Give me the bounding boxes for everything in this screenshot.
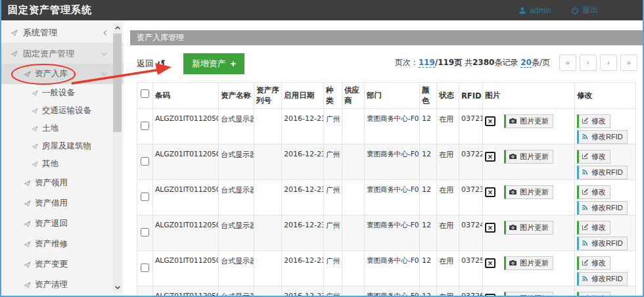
cell-barcode: ALGZ01IT0112050017 — [153, 216, 219, 251]
current-page-link[interactable]: 119 — [419, 58, 435, 68]
edit-button[interactable]: 修改 — [577, 292, 610, 297]
cell-department: 寰图商务中心-F08 — [365, 109, 420, 145]
edit-button[interactable]: 修改 — [577, 150, 610, 164]
table-header-row: 条码 资产名称 资产序列号 启用日期 种类 供应商 部门 颜色 状态 RFID … — [137, 83, 636, 109]
pager-prev-button[interactable]: ‹ — [580, 55, 597, 71]
sidebar-item-accessory-change[interactable]: 附属设备变更 — [1, 295, 124, 296]
cell-supplier — [342, 286, 365, 297]
image-update-button[interactable]: 图片更新 — [504, 150, 553, 164]
camera-icon — [509, 118, 517, 126]
pager-first-button[interactable]: « — [559, 55, 576, 71]
sidebar-scrollbar[interactable] — [113, 23, 122, 292]
sidebar: 系统管理 固定资产管理 资产入库 一般设备 交通运输设备 土地 房屋及建筑物 — [1, 20, 124, 296]
sidebar-item-fixed-asset-management[interactable]: 固定资产管理 — [1, 43, 124, 64]
sidebar-item-transport-equipment[interactable]: 交通运输设备 — [1, 102, 124, 120]
edit-icon — [582, 117, 589, 126]
cell-supplier — [342, 145, 365, 180]
edit-rfid-button[interactable]: 修改RFID — [577, 166, 628, 179]
edit-rfid-button[interactable]: 修改RFID — [577, 272, 628, 286]
col-color: 颜色 — [420, 83, 437, 109]
sidebar-item-asset-borrow[interactable]: 资产借用 — [1, 193, 124, 214]
row-checkbox[interactable] — [141, 193, 149, 201]
broken-image-icon: × — [485, 294, 495, 297]
image-update-button[interactable]: 图片更新 — [504, 185, 553, 199]
cell-rfid: 03726 — [459, 286, 483, 297]
col-supplier: 供应商 — [342, 83, 365, 109]
sidebar-item-land[interactable]: 土地 — [1, 120, 124, 137]
add-asset-button[interactable]: 新增资产 + — [183, 53, 244, 74]
page-size-link[interactable]: 20 — [520, 58, 532, 68]
cell-color: 12 — [420, 109, 437, 145]
cell-date: 2016-12-23 — [282, 251, 324, 286]
pager-last-button[interactable]: » — [620, 55, 637, 71]
image-update-button[interactable]: 图片更新 — [504, 256, 553, 270]
scrollbar-thumb[interactable] — [113, 34, 122, 132]
page-info: 页次：119/119页 共2380条记录 20条/页 — [395, 57, 550, 68]
edit-icon — [582, 294, 589, 297]
nav-plane-icon — [24, 200, 31, 207]
scroll-up-icon[interactable] — [113, 23, 122, 33]
pager-buttons: « ‹ › » — [559, 55, 637, 71]
sidebar-item-other[interactable]: 其他 — [1, 155, 124, 173]
sidebar-item-system-management[interactable]: 系统管理 — [1, 23, 124, 43]
sidebar-item-asset-return[interactable]: 资产退回 — [1, 214, 124, 234]
edit-button[interactable]: 修改 — [577, 221, 610, 235]
edit-button[interactable]: 修改 — [577, 185, 610, 199]
cell-name: 台式显示器 — [219, 286, 254, 297]
nav-plane-icon — [11, 30, 18, 37]
image-update-button[interactable]: 图片更新 — [504, 114, 553, 128]
image-update-button[interactable]: 图片更新 — [504, 292, 553, 297]
row-checkbox[interactable] — [141, 157, 149, 166]
edit-button[interactable]: 修改 — [577, 114, 610, 128]
nav-plane-icon — [24, 179, 31, 187]
cell-serial — [254, 216, 282, 251]
sidebar-item-asset-cleanup[interactable]: 资产清理 — [1, 275, 124, 295]
cell-department: 寰图商务中心-F08 — [365, 216, 420, 251]
user-menu-link[interactable]: admin — [518, 6, 551, 15]
edit-button[interactable]: 修改 — [577, 256, 610, 270]
select-all-checkbox[interactable] — [141, 89, 149, 98]
header-right: admin 退出 — [518, 5, 636, 16]
edit-rfid-button[interactable]: 修改RFID — [577, 130, 628, 144]
scroll-down-icon[interactable] — [113, 283, 122, 292]
cell-name: 台式显示器 — [219, 180, 254, 216]
row-checkbox[interactable] — [141, 122, 149, 130]
cell-barcode: ALGZ01IT0112050018 — [153, 251, 219, 286]
sidebar-item-general-equipment[interactable]: 一般设备 — [1, 84, 124, 102]
edit-rfid-button[interactable]: 修改RFID — [577, 201, 628, 215]
col-category: 种类 — [324, 83, 342, 109]
panel-title: 资产入库管理 — [130, 30, 643, 45]
edit-icon — [582, 188, 589, 196]
plus-icon: + — [231, 59, 236, 68]
cell-supplier — [342, 180, 365, 216]
cell-rfid: 03725 — [459, 251, 483, 286]
camera-icon — [509, 260, 517, 267]
sidebar-item-asset-inbound[interactable]: 资产入库 — [1, 64, 124, 84]
image-update-button[interactable]: 图片更新 — [504, 221, 553, 235]
nav-plane-icon — [32, 143, 38, 150]
cell-color: 12 — [420, 216, 437, 251]
edit-rfid-button[interactable]: 修改RFID — [577, 237, 628, 250]
row-checkbox[interactable] — [141, 228, 149, 237]
logout-link[interactable]: 退出 — [571, 5, 598, 16]
cell-department: 寰图商务中心-F08 — [365, 286, 420, 297]
logout-label: 退出 — [582, 5, 598, 16]
table-row: ALGZ01IT0112050014 台式显示器 2016-12-23 广州 寰… — [137, 109, 636, 145]
cell-category: 广州 — [324, 251, 342, 286]
nav-plane-icon — [24, 281, 31, 288]
cell-barcode: ALGZ01IT0112050015 — [153, 145, 219, 180]
broken-image-icon: × — [485, 258, 495, 268]
pager-next-button[interactable]: › — [600, 55, 617, 71]
table-row: ALGZ01IT0112050015 台式显示器 2016-12-23 广州 寰… — [137, 145, 636, 180]
camera-icon — [509, 189, 517, 196]
toolbar: 返回 ↺ 新增资产 + 页次：119/119页 共2380条记录 20条/页 «… — [130, 45, 643, 80]
sidebar-item-asset-repair[interactable]: 资产维修 — [1, 234, 124, 254]
sidebar-item-asset-requisition[interactable]: 资产领用 — [1, 173, 124, 193]
cell-name: 台式显示器 — [219, 109, 254, 145]
sidebar-item-buildings[interactable]: 房屋及建筑物 — [1, 137, 124, 155]
sidebar-item-asset-change[interactable]: 资产变更 — [1, 254, 124, 275]
cell-serial — [254, 109, 282, 145]
row-checkbox[interactable] — [141, 263, 149, 272]
edit-icon — [582, 223, 589, 232]
back-button[interactable]: 返回 ↺ — [137, 58, 166, 70]
